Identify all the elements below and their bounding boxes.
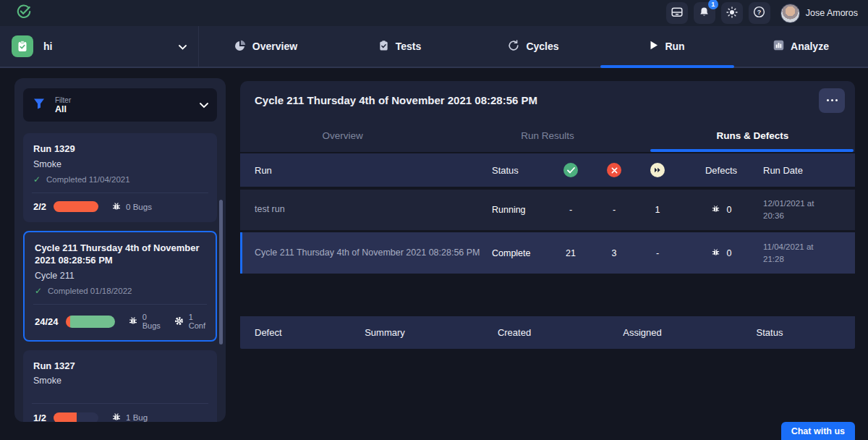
failed-count: 3 (592, 248, 636, 258)
theme-toggle-button[interactable] (721, 2, 743, 24)
notifications-button[interactable]: 1 (694, 2, 715, 24)
active-tab-underline (650, 149, 854, 152)
col-run-date: Run Date (763, 165, 855, 176)
project-name: hi (43, 41, 179, 52)
passed-icon (563, 163, 578, 177)
run-card-subtitle: Cycle 211 (35, 271, 205, 281)
avatar (780, 4, 800, 23)
tab-label: Overview (252, 41, 297, 52)
pie-chart-icon (234, 40, 246, 54)
tab-run-results[interactable]: Run Results (445, 119, 650, 152)
play-icon (650, 41, 658, 52)
run-card-title: Run 1327 (33, 360, 207, 373)
defects-value: 0 (727, 205, 732, 215)
help-button[interactable]: ? (749, 2, 770, 24)
progress-bar (54, 201, 98, 212)
run-card-1329[interactable]: Run 1329 Smoke ✓ Completed 11/04/2021 2/… (23, 133, 217, 222)
detail-tabs: Overview Run Results Runs & Defects (240, 119, 855, 152)
run-name: Cycle 211 Thursday 4th of November 2021 … (255, 247, 492, 260)
run-name: test run (255, 203, 492, 216)
bugs-stat: 1 Bug (111, 412, 148, 422)
progress-bar (54, 412, 98, 422)
in-progress-icon (650, 163, 665, 177)
col-defect: Defect (255, 327, 320, 338)
cycle-title: Cycle 211 Thursday 4th of November 2021 … (255, 94, 819, 106)
bar-chart-icon (773, 40, 784, 53)
defects-count: 0 (679, 248, 763, 259)
brightness-sun-icon (726, 7, 738, 20)
tab-analyze[interactable]: Analyze (734, 26, 868, 67)
sidebar-scrollbar[interactable] (219, 200, 223, 344)
tab-label: Analyze (791, 41, 829, 52)
check-icon: ✓ (35, 286, 42, 296)
col-summary: Summary (320, 327, 450, 338)
col-status: Status (492, 165, 549, 176)
check-icon: ✓ (33, 174, 41, 185)
failed-icon (607, 163, 621, 177)
active-tab-underline (600, 65, 734, 68)
gear-icon (174, 316, 184, 328)
tab-tests[interactable]: Tests (333, 26, 467, 67)
tab-detail-overview[interactable]: Overview (240, 119, 445, 152)
tab-label: Runs & Defects (716, 130, 788, 141)
tab-overview[interactable]: Overview (199, 26, 333, 67)
topbar: 1 ? Jose Amoros (0, 0, 868, 26)
passed-count: - (549, 205, 592, 215)
col-defects: Defects (679, 165, 763, 176)
bug-icon (128, 316, 138, 327)
more-dots-icon (827, 99, 829, 101)
col-run: Run (255, 165, 492, 176)
progress-count: 24/24 (35, 316, 59, 327)
bug-icon (711, 248, 720, 259)
tab-cycles[interactable]: Cycles (467, 26, 600, 67)
bugs-label: 1 Bug (126, 413, 148, 422)
workspace-button[interactable] (666, 2, 688, 24)
filter-value: All (55, 104, 200, 114)
user-menu[interactable]: Jose Amoros (780, 4, 858, 23)
tab-label: Run (665, 41, 684, 52)
bugs-stat: 0 Bugs (128, 313, 161, 331)
bell-icon (699, 7, 710, 20)
run-card-1327[interactable]: Run 1327 Smoke 1/2 (23, 350, 217, 422)
main-panel: Cycle 211 Thursday 4th of November 2021 … (240, 81, 855, 349)
bugs-count: 0 (142, 313, 161, 322)
run-row-test-run[interactable]: test run Running - - 1 0 12/01/2021 at 2… (240, 190, 855, 230)
cycle-header: Cycle 211 Thursday 4th of November 2021 … (240, 81, 855, 119)
progress-bar (66, 316, 115, 328)
conf-caption: Conf (189, 321, 205, 331)
filter-label: Filter (55, 96, 200, 104)
filter-funnel-icon (33, 98, 45, 112)
defects-table-header: Defect Summary Created Assigned Status (240, 316, 855, 349)
completed-text: Completed 11/04/2021 (46, 175, 130, 184)
run-date: 11/04/2021 at 21:28 (763, 241, 834, 265)
progress-count: 1/2 (33, 412, 46, 422)
tab-runs-defects[interactable]: Runs & Defects (650, 119, 855, 152)
run-row-cycle-211[interactable]: Cycle 211 Thursday 4th of November 2021 … (240, 232, 855, 274)
completed-text: Completed 01/18/2022 (48, 287, 132, 295)
monitor-icon (671, 7, 683, 20)
run-card-title: Run 1329 (33, 143, 207, 156)
run-date: 12/01/2021 at 20:36 (763, 198, 834, 221)
chat-with-us-button[interactable]: Chat with us (781, 422, 855, 440)
col-created: Created (450, 327, 579, 338)
run-card-cycle-211[interactable]: Cycle 211 Thursday 4th of November 2021 … (23, 231, 217, 342)
content-area: Filter All Run 1329 Smoke ✓ Completed 11… (0, 69, 868, 440)
progress-count: 2/2 (33, 201, 46, 212)
app-logo-check-icon (16, 4, 32, 22)
tab-label: Cycles (526, 41, 558, 52)
svg-text:?: ? (757, 9, 761, 16)
passed-count: 21 (549, 248, 592, 258)
more-options-button[interactable] (819, 88, 845, 113)
user-name: Jose Amoros (806, 8, 858, 18)
bug-icon (711, 204, 720, 216)
tab-run[interactable]: Run (600, 26, 734, 67)
col-assigned: Assigned (579, 327, 706, 338)
filter-dropdown[interactable]: Filter All (23, 88, 217, 122)
chevron-down-icon (200, 98, 208, 111)
run-card-subtitle: Smoke (33, 159, 207, 169)
run-card-subtitle: Smoke (33, 376, 207, 386)
run-status: Complete (492, 248, 549, 258)
question-icon: ? (753, 6, 765, 20)
failed-count: - (592, 205, 636, 215)
project-selector[interactable]: hi (0, 26, 199, 67)
